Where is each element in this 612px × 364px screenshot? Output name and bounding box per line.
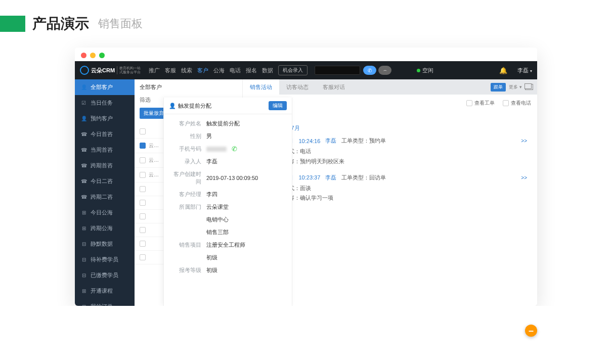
bell-icon[interactable]: 🔔: [499, 67, 507, 74]
sidebar-item-0[interactable]: 👤全部客户: [75, 79, 135, 95]
brand-tagline: 教育机构一站式服务云平台: [117, 66, 141, 75]
search-input[interactable]: [315, 66, 360, 75]
sidebar-item-4[interactable]: ☎当周首咨: [75, 142, 135, 158]
timeline-year: 2019年: [258, 112, 527, 119]
edit-button[interactable]: 编辑: [269, 101, 287, 110]
close-dot[interactable]: [81, 53, 86, 58]
detail-field: 手机号码✆: [169, 143, 290, 155]
top-nav: 推广客服线索客户公海电话报名数据: [149, 67, 273, 74]
sidebar-icon: ⊟: [81, 272, 86, 278]
field-value: 李磊: [206, 158, 217, 165]
expand-arrow[interactable]: >>: [521, 175, 527, 180]
field-value: 初级: [206, 254, 217, 261]
import-button[interactable]: 机会录入: [278, 65, 308, 75]
minimize-dot[interactable]: [90, 53, 96, 58]
row-checkbox[interactable]: [140, 200, 146, 206]
expand-arrow[interactable]: >>: [521, 138, 527, 144]
detail-field: 录入人李磊: [169, 155, 290, 168]
field-label: 报考等级: [169, 266, 201, 274]
activity-tab-2[interactable]: 客服对话: [316, 79, 352, 95]
nav-item-0[interactable]: 推广: [149, 67, 160, 74]
call-button[interactable]: ✆: [363, 66, 376, 75]
entry-agent[interactable]: 李磊: [325, 174, 336, 181]
row-checkbox[interactable]: [140, 143, 146, 149]
hangup-button[interactable]: ⌢: [378, 66, 391, 75]
sidebar-item-13[interactable]: ⊞开通课程: [75, 283, 135, 299]
row-checkbox[interactable]: [140, 186, 146, 192]
row-checkbox[interactable]: [140, 241, 146, 247]
sidebar-item-5[interactable]: ☎跨期首咨: [75, 158, 135, 173]
brand-logo[interactable]: 云朵CRM 教育机构一站式服务云平台: [80, 66, 141, 75]
detail-field: 销售项目注册安全工程师: [169, 239, 290, 251]
row-checkbox[interactable]: [140, 172, 146, 178]
nav-item-1[interactable]: 客服: [165, 67, 176, 74]
sidebar-item-label: 开通课程: [91, 287, 113, 295]
detail-field: 客户姓名触发提前分配: [169, 117, 290, 130]
maximize-dot[interactable]: [99, 53, 105, 58]
detail-field: 客户经理李四: [169, 188, 290, 201]
nav-item-3[interactable]: 客户: [197, 67, 208, 74]
sidebar-icon: ☎: [81, 178, 86, 184]
nav-item-7[interactable]: 数据: [262, 67, 273, 74]
sidebar-item-1[interactable]: ☑当日任务: [75, 95, 135, 111]
more-menu[interactable]: 更多 ▾: [509, 84, 522, 90]
row-checkbox[interactable]: [140, 157, 146, 163]
entry-agent[interactable]: 李磊: [325, 137, 336, 145]
sidebar-item-10[interactable]: ⊟静默数据: [75, 236, 135, 252]
status-indicator[interactable]: 空闲: [417, 67, 433, 74]
slide-header: 产品演示 销售面板: [0, 0, 612, 48]
nav-item-2[interactable]: 线索: [181, 67, 192, 74]
status-text: 空闲: [422, 67, 433, 74]
field-value: 电销中心: [206, 216, 229, 223]
nav-item-5[interactable]: 电话: [230, 67, 241, 74]
nav-item-4[interactable]: 公海: [213, 67, 225, 74]
entry-time: 10:23:37: [298, 174, 320, 180]
row-checkbox[interactable]: [140, 128, 146, 134]
sidebar-item-3[interactable]: ☎今日首咨: [75, 126, 135, 142]
nav-item-6[interactable]: 报名: [246, 67, 257, 74]
sidebar-item-label: 全部客户: [91, 83, 113, 91]
entry-type: 工单类型：回访单: [341, 174, 386, 181]
phone-icon[interactable]: ✆: [232, 145, 237, 153]
sidebar-icon: ⊞: [81, 304, 86, 306]
list-title: 全部客户: [135, 79, 242, 94]
sidebar-item-14[interactable]: ⊞我的订单: [75, 299, 135, 306]
field-value: 李四: [206, 191, 217, 198]
row-text: 云…: [149, 157, 159, 164]
popout-icon[interactable]: [525, 84, 533, 90]
activity-tab-1[interactable]: 访客动态: [279, 79, 316, 95]
sidebar-icon: ☎: [81, 194, 86, 200]
customer-detail-panel: 👤 触发提前分配 编辑 客户姓名触发提前分配性别男手机号码✆录入人李磊客户创建时…: [163, 98, 292, 306]
field-value: 销售三部: [206, 229, 229, 236]
row-checkbox[interactable]: [140, 227, 146, 233]
phone-masked: [206, 147, 227, 152]
user-menu[interactable]: 李磊▾: [517, 67, 532, 74]
sidebar-item-8[interactable]: ⊞今日公海: [75, 205, 135, 220]
sidebar-item-11[interactable]: ⊟待补费学员: [75, 252, 135, 267]
sidebar-item-6[interactable]: ☎今日二咨: [75, 173, 135, 189]
field-label: 手机号码: [169, 145, 201, 153]
sidebar-icon: ⊟: [81, 241, 86, 247]
field-label: 客户经理: [169, 191, 201, 198]
sidebar-item-9[interactable]: ⊞跨期公海: [75, 220, 135, 236]
entry-type: 工单类型：预约单: [341, 137, 386, 145]
field-label: 客户姓名: [169, 120, 201, 127]
activity-tab-0[interactable]: 销售活动: [243, 79, 279, 95]
row-checkbox[interactable]: [140, 213, 146, 219]
field-value: 云朵课堂: [206, 203, 229, 211]
view-ticket-checkbox[interactable]: 查看工单: [466, 100, 495, 107]
view-call-checkbox[interactable]: 查看电话: [503, 100, 531, 107]
sidebar-icon: ☎: [81, 131, 86, 137]
field-value: 男: [206, 132, 212, 140]
sidebar-item-7[interactable]: ☎跨期二咨: [75, 189, 135, 205]
sidebar-item-2[interactable]: 👤预约客户: [75, 111, 135, 126]
person-icon: 👤: [169, 103, 176, 109]
row-checkbox[interactable]: [140, 254, 146, 260]
follow-pill[interactable]: 跟单: [491, 83, 506, 92]
entry-time: 10:24:16: [298, 138, 320, 144]
chevron-down-icon: ▾: [530, 69, 532, 73]
sidebar-item-label: 跨期首咨: [91, 162, 113, 169]
slide-title: 产品演示: [32, 14, 89, 33]
sidebar-item-label: 预约客户: [91, 115, 113, 122]
sidebar-item-12[interactable]: ⊟已缴费学员: [75, 267, 135, 283]
